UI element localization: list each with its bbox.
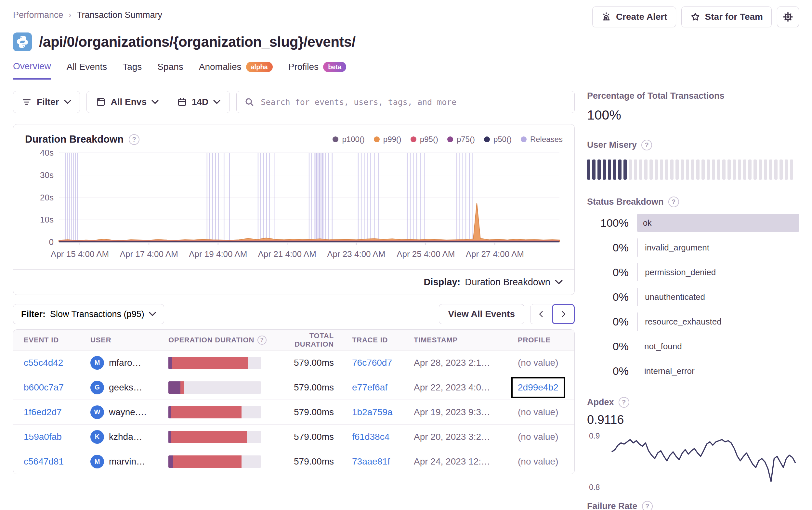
- event-id-link[interactable]: c5647d81: [24, 456, 90, 467]
- events-toolbar: Filter: Slow Transactions (p95) View All…: [13, 304, 575, 324]
- misery-bar-empty: [634, 159, 637, 180]
- profile-no-value: (no value): [518, 407, 558, 417]
- misery-bar-empty: [655, 159, 658, 180]
- top-actions: Create Alert Star for Team: [592, 6, 799, 27]
- operation-duration-cell: [168, 455, 282, 468]
- misery-bar-empty: [660, 159, 663, 180]
- tab-overview[interactable]: Overview: [13, 61, 51, 80]
- tab-spans[interactable]: Spans: [157, 61, 183, 79]
- operation-duration-bar: [168, 406, 261, 418]
- breadcrumb-current: Transaction Summary: [77, 10, 162, 20]
- create-alert-button[interactable]: Create Alert: [592, 6, 676, 27]
- misery-bar-empty: [686, 159, 689, 180]
- star-for-team-button[interactable]: Star for Team: [681, 6, 772, 27]
- search-input[interactable]: [260, 97, 567, 107]
- profile-id-link[interactable]: 2d99e4b2: [518, 382, 558, 392]
- db-segment: [168, 357, 172, 369]
- question-icon[interactable]: ?: [129, 134, 140, 145]
- misery-bar-filled: [587, 159, 590, 180]
- tab-label: Anomalies: [199, 62, 241, 72]
- environment-label: All Envs: [111, 97, 146, 107]
- misery-bar-empty: [727, 159, 731, 180]
- environment-selector[interactable]: All Envs: [87, 91, 167, 113]
- event-id-link[interactable]: c55c4d42: [24, 358, 90, 368]
- legend-item-p95[interactable]: p95(): [410, 135, 438, 144]
- status-row-internal_error: 0%internal_error: [587, 362, 799, 380]
- date-range-selector[interactable]: 14D: [168, 91, 230, 113]
- legend-item-p75[interactable]: p75(): [447, 135, 475, 144]
- event-id-link[interactable]: 159a0fab: [24, 432, 90, 442]
- legend-dot: [410, 137, 416, 142]
- question-icon[interactable]: ?: [642, 501, 653, 510]
- legend-item-p50[interactable]: p50(): [484, 135, 512, 144]
- tab-tags[interactable]: Tags: [122, 61, 142, 79]
- legend-item-p99[interactable]: p99(): [374, 135, 402, 144]
- user-misery-score-bar: [587, 159, 799, 180]
- status-label: not_found: [637, 341, 682, 352]
- filter-button[interactable]: Filter: [13, 91, 80, 113]
- user-name: geeks…: [109, 382, 142, 393]
- duration-breakdown-title: Duration Breakdown ?: [25, 133, 140, 145]
- trace-id-link[interactable]: e77ef6af: [352, 382, 414, 393]
- next-page-button[interactable]: [552, 304, 575, 324]
- misery-bar-filled: [608, 159, 611, 180]
- table-header-row: EVENT IDUSEROPERATION DURATION?TOTAL DUR…: [13, 330, 574, 351]
- display-select[interactable]: Duration Breakdown: [465, 277, 563, 288]
- status-label: internal_error: [637, 366, 695, 376]
- user-name: wayne.…: [109, 407, 147, 417]
- misery-bar-empty: [764, 159, 767, 180]
- table-row: c55c4d42Mmfaro…579.00ms76c760d7Apr 28, 2…: [13, 351, 574, 375]
- legend-item-p100[interactable]: p100(): [332, 135, 365, 144]
- status-percentage: 0%: [587, 365, 629, 378]
- misery-bar-empty: [780, 159, 783, 180]
- misery-bar-empty: [769, 159, 772, 180]
- tab-anomalies[interactable]: Anomaliesalpha: [199, 61, 273, 79]
- timestamp: Apr 20, 2023 3:2…: [414, 432, 518, 442]
- event-id-link[interactable]: b600c7a7: [24, 382, 90, 393]
- misery-bar-filled: [603, 159, 606, 180]
- timestamp: Apr 28, 2023 2:1…: [414, 358, 518, 368]
- user-name: kzhda…: [109, 432, 142, 442]
- misery-bar-filled: [598, 159, 601, 180]
- question-icon[interactable]: ?: [641, 140, 652, 150]
- profile-cell: (no value): [518, 358, 564, 368]
- chevron-right-icon: [559, 310, 568, 318]
- beta-badge: beta: [323, 62, 346, 72]
- misery-bar-filled: [592, 159, 596, 180]
- chart-legend: p100()p99()p95()p75()p50()Releases: [332, 135, 563, 144]
- status-label: permission_denied: [638, 267, 716, 277]
- trace-id-link[interactable]: f61d38c4: [352, 432, 414, 442]
- duration-breakdown-chart[interactable]: 40s30s20s10s0Apr 15 4:00 AMApr 17 4:00 A…: [25, 148, 563, 264]
- profile-cell: (no value): [518, 407, 564, 417]
- misery-bar-empty: [629, 159, 632, 180]
- misery-bar-empty: [717, 159, 720, 180]
- settings-button[interactable]: [777, 6, 799, 27]
- tab-label: Spans: [157, 62, 183, 72]
- view-all-events-button[interactable]: View All Events: [439, 304, 524, 324]
- event-id-link[interactable]: 1f6ed2d7: [24, 407, 90, 417]
- user-misery-title: User Misery: [587, 140, 637, 150]
- previous-page-button[interactable]: [530, 304, 552, 324]
- tab-profiles[interactable]: Profilesbeta: [288, 61, 347, 79]
- trace-id-link[interactable]: 76c760d7: [352, 358, 414, 368]
- transactions-filter-button[interactable]: Filter: Slow Transactions (p95): [13, 304, 164, 324]
- calendar-icon: [177, 97, 187, 107]
- breadcrumb-performance[interactable]: Performance: [13, 10, 63, 20]
- tab-all-events[interactable]: All Events: [67, 61, 107, 79]
- status-percentage: 100%: [587, 217, 629, 229]
- question-icon[interactable]: ?: [618, 397, 629, 408]
- tab-label: Tags: [122, 62, 142, 72]
- profile-no-value: (no value): [518, 456, 558, 467]
- filter-button-label: Filter: [37, 97, 59, 107]
- events-table: EVENT IDUSEROPERATION DURATION?TOTAL DUR…: [13, 329, 575, 474]
- question-icon[interactable]: ?: [257, 335, 266, 344]
- misery-bar-empty: [753, 159, 757, 180]
- http-segment: [173, 455, 241, 468]
- trace-id-link[interactable]: 73aae81f: [352, 456, 414, 467]
- create-alert-label: Create Alert: [616, 12, 667, 22]
- legend-item-Releases[interactable]: Releases: [521, 135, 563, 144]
- trace-id-link[interactable]: 1b2a759a: [352, 407, 414, 417]
- chevron-down-icon: [149, 312, 156, 317]
- question-icon[interactable]: ?: [668, 197, 679, 207]
- avatar: G: [90, 381, 104, 394]
